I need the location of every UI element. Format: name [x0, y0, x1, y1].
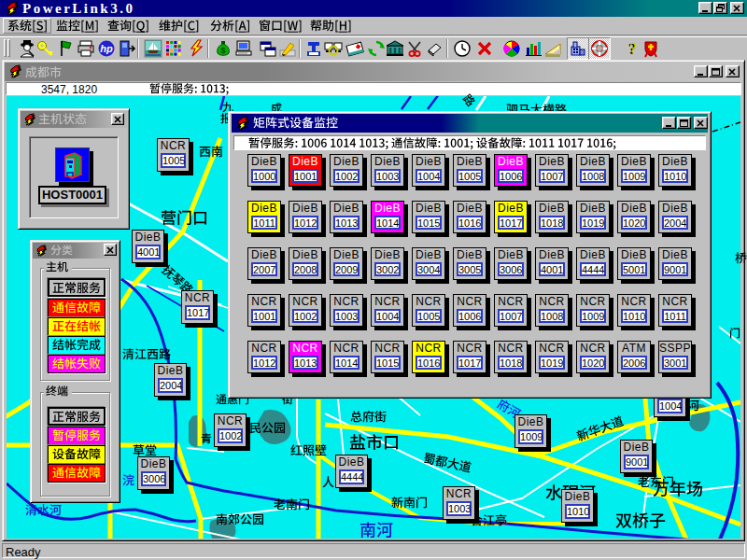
svg-text:$: $ [220, 46, 225, 55]
svg-text:?: ? [629, 39, 638, 57]
svg-text:hp: hp [100, 43, 113, 54]
